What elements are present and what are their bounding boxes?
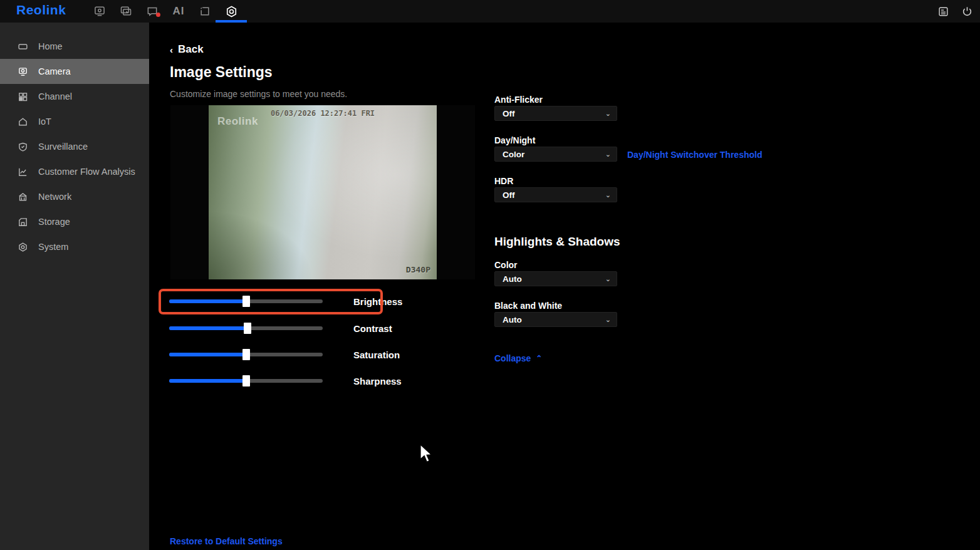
topbar: Reolink — [0, 0, 980, 23]
sidebar-item-home[interactable]: Home — [0, 34, 149, 59]
sidebar-item-label: Storage — [38, 217, 70, 227]
reolink-watermark: Reolink — [217, 115, 258, 128]
sidebar-item-customer-flow-analysis[interactable]: Customer Flow Analysis — [0, 159, 149, 184]
saturation-label: Saturation — [353, 350, 400, 360]
black-and-white-label: Black and White — [494, 301, 562, 311]
log-icon[interactable] — [936, 4, 950, 18]
slider-thumb[interactable] — [242, 296, 250, 307]
day-night-value: Color — [503, 150, 524, 159]
brightness-slider[interactable] — [169, 299, 323, 303]
home-screen-icon — [18, 41, 28, 52]
chevron-down-icon: ⌄ — [605, 110, 611, 117]
osd-timestamp: 06/03/2026 12:27:41 FRI — [271, 109, 375, 118]
hdr-dropdown[interactable]: Off ⌄ — [494, 187, 617, 202]
sidebar-item-storage[interactable]: Storage — [0, 209, 149, 234]
slider-fill — [169, 326, 248, 330]
sidebar-item-system[interactable]: System — [0, 234, 149, 259]
slider-thumb[interactable] — [242, 375, 250, 387]
slider-fill — [169, 353, 246, 356]
ai-icon: AI — [173, 5, 185, 18]
nav-ai[interactable]: AI — [165, 0, 192, 23]
collapse-link[interactable]: Collapse ⌃ — [494, 353, 542, 363]
brightness-label: Brightness — [353, 296, 402, 307]
notification-dot — [156, 13, 160, 17]
app-window: Reolink — [0, 0, 980, 550]
sidebar: Home Camera Channel IoT Surveillance — [0, 23, 149, 550]
sidebar-item-label: IoT — [38, 117, 51, 127]
hs-color-label: Color — [494, 260, 518, 270]
sharpness-slider[interactable] — [169, 379, 323, 383]
main-content: ‹ Back Image Settings Customize image se… — [149, 23, 980, 550]
nav-display[interactable] — [192, 0, 218, 23]
sharpness-slider-row: Sharpness — [169, 374, 323, 388]
slider-thumb[interactable] — [244, 323, 251, 334]
camera-icon — [18, 66, 28, 77]
monitor-icon — [93, 5, 106, 18]
restore-defaults-link[interactable]: Restore to Default Settings — [170, 536, 283, 546]
camera-video-frame: 06/03/2026 12:27:41 FRI Reolink D340P — [209, 105, 437, 279]
page-title: Image Settings — [170, 64, 273, 81]
topbar-right — [936, 0, 974, 23]
contrast-label: Contrast — [353, 323, 392, 334]
day-night-switchover-threshold-link[interactable]: Day/Night Switchover Threshold — [627, 150, 762, 160]
chart-icon — [18, 167, 28, 177]
saturation-slider[interactable] — [169, 353, 323, 356]
anti-flicker-value: Off — [503, 109, 515, 118]
slider-fill — [169, 299, 246, 303]
nav-settings[interactable] — [218, 0, 244, 23]
back-chevron-icon: ‹ — [170, 44, 173, 55]
highlights-shadows-title: Highlights & Shadows — [494, 235, 620, 249]
back-label: Back — [178, 43, 204, 56]
sidebar-item-label: Customer Flow Analysis — [38, 167, 135, 177]
grid-icon — [18, 91, 28, 102]
anti-flicker-label: Anti-Flicker — [494, 95, 543, 105]
sidebar-item-label: Channel — [38, 91, 72, 101]
hs-color-value: Auto — [503, 274, 522, 284]
gear-icon — [225, 5, 238, 18]
sidebar-item-camera[interactable]: Camera — [0, 59, 149, 84]
hdr-value: Off — [503, 190, 515, 200]
contrast-slider-row: Contrast — [169, 321, 323, 335]
sidebar-item-network[interactable]: Network — [0, 184, 149, 209]
chevron-down-icon: ⌄ — [605, 316, 611, 323]
nav-playback[interactable] — [113, 0, 139, 23]
page-subtitle: Customize image settings to meet you nee… — [170, 89, 347, 99]
hs-color-dropdown[interactable]: Auto ⌄ — [494, 271, 617, 286]
black-and-white-value: Auto — [503, 315, 522, 324]
sidebar-item-label: System — [38, 242, 68, 252]
sidebar-item-surveillance[interactable]: Surveillance — [0, 134, 149, 159]
sidebar-item-label: Home — [38, 41, 63, 51]
nav-live-view[interactable] — [86, 0, 113, 23]
chevron-down-icon: ⌄ — [605, 151, 611, 158]
day-night-label: Day/Night — [494, 135, 535, 145]
contrast-slider[interactable] — [169, 326, 323, 330]
sidebar-item-channel[interactable]: Channel — [0, 84, 149, 109]
sidebar-item-iot[interactable]: IoT — [0, 109, 149, 134]
playback-icon — [120, 5, 132, 18]
nav-alarm-messages[interactable] — [139, 0, 165, 23]
network-icon — [18, 192, 28, 202]
sidebar-item-label: Surveillance — [38, 142, 88, 152]
saturation-slider-row: Saturation — [169, 348, 323, 361]
power-icon[interactable] — [960, 4, 974, 18]
anti-flicker-dropdown[interactable]: Off ⌄ — [494, 106, 617, 121]
chevron-up-icon: ⌃ — [536, 354, 542, 363]
topbar-nav: AI — [86, 0, 244, 23]
black-and-white-dropdown[interactable]: Auto ⌄ — [494, 312, 617, 327]
slider-thumb[interactable] — [242, 349, 250, 360]
collapse-label: Collapse — [494, 353, 531, 363]
sharpness-label: Sharpness — [353, 376, 402, 387]
display-frame-icon — [199, 5, 211, 18]
brightness-slider-row: Brightness — [169, 294, 323, 308]
chevron-down-icon: ⌄ — [605, 276, 611, 283]
back-button[interactable]: ‹ Back — [170, 43, 204, 56]
sidebar-item-label: Network — [38, 192, 71, 202]
camera-model-label: D340P — [406, 265, 430, 274]
camera-preview: 06/03/2026 12:27:41 FRI Reolink D340P — [170, 105, 475, 279]
disk-icon — [18, 217, 28, 227]
sidebar-item-label: Camera — [38, 66, 71, 76]
day-night-dropdown[interactable]: Color ⌄ — [494, 147, 617, 162]
slider-fill — [169, 379, 246, 383]
reolink-logo: Reolink — [16, 3, 66, 18]
hdr-label: HDR — [494, 176, 513, 186]
